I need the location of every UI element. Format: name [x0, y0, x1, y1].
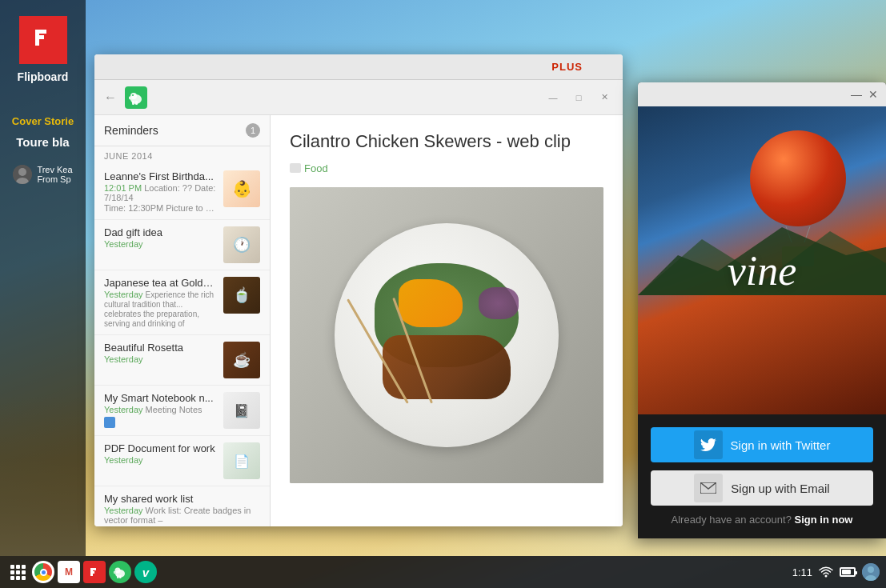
vine-logo-text: vine — [728, 247, 797, 294]
pdf-thumb-icon: 📄 — [223, 442, 260, 479]
desktop: Flipboard Cover Storie Toure bla Trev Ke… — [0, 0, 886, 588]
twitter-signin-label: Sign in with Twitter — [731, 438, 831, 452]
flipboard-f-icon — [30, 25, 56, 56]
list-item[interactable]: Leanne's First Birthda... 12:01 PM Locat… — [94, 164, 270, 220]
grid-dot — [22, 565, 26, 569]
grid-dot — [22, 576, 26, 580]
svg-point-11 — [132, 94, 134, 96]
plate — [335, 223, 559, 447]
svg-rect-23 — [117, 575, 119, 578]
evernote-taskbar-icon[interactable] — [109, 561, 131, 583]
evernote-minimize-button[interactable]: — — [543, 90, 563, 105]
account-prompt: Already have an account? — [672, 514, 792, 526]
vine-titlebar: — ✕ — [638, 82, 886, 106]
author-info: Trev Kea From Sp — [37, 165, 72, 184]
gmail-taskbar-icon[interactable]: M — [58, 561, 80, 583]
note-tag: Food — [290, 162, 328, 174]
note-desc: Time: 12:30PM Picture to use for invite — [104, 203, 217, 213]
note-thumbnail: ☕ — [223, 342, 260, 378]
vine-background: vine — [638, 106, 886, 414]
launcher-button[interactable] — [6, 561, 29, 583]
user-avatar[interactable] — [862, 563, 880, 581]
evernote-body: Reminders 1 JUNE 2014 Leanne's First Bir… — [94, 115, 623, 526]
grid-dot — [16, 570, 20, 574]
vine-signin-link[interactable]: Sign in now — [795, 514, 853, 526]
note-title: Dad gift idea — [104, 226, 217, 238]
evernote-close-button[interactable]: ✕ — [594, 90, 615, 105]
note-date: Yesterday Experience the rich cultural t… — [104, 290, 217, 328]
evernote-maximize-button[interactable]: □ — [568, 90, 589, 105]
note-thumbnail: 👶 — [223, 170, 260, 207]
list-item[interactable]: PDF Document for work Yesterday 📄 — [94, 436, 270, 486]
note-content: My shared work list Yesterday Work list:… — [104, 493, 260, 525]
back-arrow-icon[interactable]: ← — [104, 90, 117, 105]
note-title: PDF Document for work — [104, 442, 217, 454]
list-item[interactable]: Dad gift idea Yesterday 🕐 — [94, 220, 270, 270]
note-date: Yesterday — [104, 354, 217, 364]
svg-point-8 — [130, 93, 137, 99]
chrome-icon — [34, 563, 52, 581]
chrome-taskbar-icon[interactable] — [32, 561, 54, 583]
mango-icon — [399, 279, 463, 327]
email-signup-button[interactable]: Sign up with Email — [651, 470, 873, 506]
battery-icon — [840, 567, 856, 577]
note-title: My shared work list — [104, 493, 260, 505]
vine-signin-area: Sign in with Twitter Sign up with Email … — [638, 414, 886, 538]
list-item[interactable]: Beautiful Rosetta Yesterday ☕ — [94, 335, 270, 386]
note-date: Yesterday — [104, 239, 217, 249]
author-name: Trev Kea — [37, 165, 72, 174]
grid-dot — [22, 570, 26, 574]
tag-label: Food — [304, 162, 328, 174]
note-main-title: Cilantro Chicken Skewers - web clip — [290, 131, 603, 152]
note-date: Yesterday — [104, 455, 217, 465]
taskbar-apps: M — [6, 561, 792, 583]
vine-logo: vine — [638, 247, 886, 294]
wifi-icon — [819, 566, 833, 578]
note-title: Japanese tea at Golden... — [104, 277, 217, 289]
evernote-window: PLUS ← — □ ✕ — [94, 54, 623, 526]
svg-rect-9 — [132, 101, 134, 105]
evernote-sidebar: Reminders 1 JUNE 2014 Leanne's First Bir… — [94, 115, 271, 526]
twitter-icon — [694, 430, 723, 459]
grid-dots-icon — [10, 565, 26, 580]
taskbar: M — [0, 556, 886, 588]
reminders-title: Reminders — [104, 124, 158, 137]
vine-account-text: Already have an account? Sign in now — [651, 514, 873, 526]
svg-point-5 — [18, 168, 26, 176]
note-content: PDF Document for work Yesterday — [104, 442, 217, 465]
vine-taskbar-icon[interactable]: v — [134, 561, 157, 583]
plate-container — [290, 187, 603, 483]
grid-dot — [10, 570, 14, 574]
author-avatar — [13, 165, 32, 184]
evernote-header: ← — □ ✕ — [94, 80, 623, 115]
email-signup-label: Sign up with Email — [731, 482, 829, 495]
flipboard-cover-label: Cover Storie — [12, 115, 74, 127]
list-item[interactable]: My shared work list Yesterday Work list:… — [94, 486, 270, 526]
svg-point-22 — [115, 568, 121, 574]
date-section: JUNE 2014 — [94, 146, 270, 164]
note-date: Yesterday Meeting Notes — [104, 405, 217, 414]
note-title: Leanne's First Birthda... — [104, 170, 217, 182]
chicken-icon — [383, 335, 511, 399]
flipboard-logo[interactable] — [19, 16, 67, 64]
baby-thumb-icon: 👶 — [223, 170, 260, 207]
battery-fill — [842, 570, 851, 574]
balloon-body-icon — [750, 130, 846, 226]
vine-close-button[interactable]: ✕ — [868, 89, 878, 100]
list-item[interactable]: Japanese tea at Golden... Yesterday Expe… — [94, 270, 270, 335]
food-arrangement — [359, 255, 535, 415]
vine-minimize-button[interactable]: — — [851, 89, 862, 100]
list-item[interactable]: My Smart Notebook n... Yesterday Meeting… — [94, 386, 270, 436]
twitter-signin-button[interactable]: Sign in with Twitter — [651, 427, 873, 462]
coffee-thumb-icon: ☕ — [223, 342, 260, 378]
note-date: 12:01 PM Location: ?? Date: 7/18/14 — [104, 183, 217, 202]
svg-point-26 — [868, 566, 874, 573]
flipboard-taskbar-icon[interactable] — [83, 561, 106, 583]
onion-icon — [479, 287, 519, 319]
notebook-thumb-icon: 📓 — [223, 392, 260, 429]
grid-dot — [16, 565, 20, 569]
note-content: Leanne's First Birthda... 12:01 PM Locat… — [104, 170, 217, 213]
reminders-header: Reminders 1 — [94, 115, 270, 146]
note-main-content: Cilantro Chicken Skewers - web clip Food — [271, 115, 623, 526]
flipboard-author: Trev Kea From Sp — [9, 161, 76, 188]
